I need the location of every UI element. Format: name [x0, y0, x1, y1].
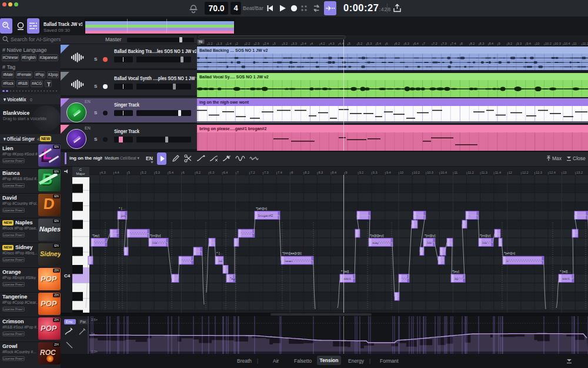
svg-text:0.3×: 0.3×	[91, 350, 98, 353]
svg-text:2.3: 2.3	[255, 42, 260, 45]
svg-text:7.2: 7.2	[433, 42, 437, 45]
svg-text:3.3: 3.3	[292, 42, 297, 45]
svg-text:*[eh][n]: *[eh][n]	[504, 251, 515, 255]
svg-text:6.2: 6.2	[395, 42, 400, 45]
svg-text:5.4: 5.4	[169, 171, 173, 174]
svg-text:12.4: 12.4	[549, 171, 556, 174]
svg-text:9.2: 9.2	[507, 42, 512, 45]
svg-text:ing on the nigh owe wont: ing on the nigh owe wont	[199, 100, 249, 105]
svg-text:2.2: 2.2	[246, 42, 250, 45]
svg-text:10.4: 10.4	[564, 42, 570, 45]
svg-text:8.2: 8.2	[305, 171, 309, 174]
svg-text:7: 7	[423, 42, 425, 45]
svg-text:5.4: 5.4	[377, 42, 382, 45]
svg-text:Env.: Env.	[66, 320, 74, 324]
svg-text:10: 10	[536, 42, 539, 45]
svg-text:7.2: 7.2	[250, 171, 255, 174]
svg-text:4.4: 4.4	[339, 42, 344, 45]
svg-text:10.3: 10.3	[427, 171, 433, 174]
svg-text:3.2: 3.2	[283, 42, 288, 45]
svg-text:* […: * […	[119, 207, 126, 210]
svg-text:2.4: 2.4	[264, 42, 269, 45]
svg-text:7.3: 7.3	[442, 42, 447, 45]
svg-text:9.3: 9.3	[373, 171, 377, 174]
svg-text:13.2: 13.2	[576, 171, 583, 174]
svg-text:9: 9	[498, 42, 500, 45]
svg-text:* [w][…: * [w][…	[560, 270, 571, 273]
svg-text:8.3: 8.3	[318, 171, 323, 174]
svg-text:5.3: 5.3	[155, 171, 160, 174]
svg-text:11.3: 11.3	[482, 171, 487, 174]
svg-text:12.2: 12.2	[522, 171, 529, 174]
svg-text:6: 6	[386, 42, 387, 45]
svg-text:7.4: 7.4	[452, 42, 456, 45]
svg-text:7: 7	[237, 171, 239, 174]
svg-text:8: 8	[461, 42, 463, 45]
svg-text:9.2: 9.2	[359, 171, 364, 174]
svg-text:4.2: 4.2	[320, 42, 325, 45]
svg-text:6.3: 6.3	[210, 171, 215, 174]
svg-text:*[ay]: *[ay]	[92, 234, 99, 237]
svg-text:11: 11	[573, 42, 577, 45]
svg-text:7.3: 7.3	[264, 171, 269, 174]
svg-text:6.3: 6.3	[405, 42, 409, 45]
svg-text:10.3: 10.3	[554, 42, 561, 45]
svg-text:1: 1	[199, 42, 201, 45]
svg-text:5.2: 5.2	[358, 42, 363, 45]
svg-text:5.2: 5.2	[142, 171, 146, 174]
svg-text:C4: C4	[64, 273, 71, 279]
svg-text:8.3: 8.3	[480, 42, 485, 45]
svg-text:4.3: 4.3	[101, 171, 106, 174]
svg-text:7.4: 7.4	[278, 171, 282, 174]
svg-text:9.4: 9.4	[526, 42, 531, 45]
svg-text:1.3: 1.3	[218, 42, 222, 45]
svg-text:12: 12	[509, 171, 512, 174]
svg-text:10.4: 10.4	[440, 171, 447, 174]
svg-text:Ballad Vocal Sy…. SOS NO 1 JW: Ballad Vocal Sy…. SOS NO 1 JW v2	[199, 75, 269, 79]
svg-text:9.3: 9.3	[517, 42, 522, 45]
svg-text:4.4: 4.4	[115, 171, 119, 174]
svg-text:5: 5	[349, 42, 350, 45]
svg-text:10.2: 10.2	[545, 42, 552, 45]
svg-text:12.3: 12.3	[536, 171, 542, 174]
svg-text:8.4: 8.4	[332, 171, 337, 174]
svg-text:10: 10	[400, 171, 403, 174]
svg-text:Par.: Par.	[80, 320, 87, 324]
svg-text:6.4: 6.4	[414, 42, 419, 45]
svg-text:11.4: 11.4	[495, 171, 501, 174]
svg-text:8.4: 8.4	[489, 42, 494, 45]
svg-text:1.2: 1.2	[208, 42, 213, 45]
svg-text:9: 9	[346, 171, 348, 174]
svg-text:bring on please….gan#1 brogan#: bring on please….gan#1 brogan#2	[199, 127, 266, 131]
svg-text:8.2: 8.2	[470, 42, 475, 45]
svg-text:C: C	[79, 168, 82, 171]
svg-text:10.2: 10.2	[413, 171, 420, 174]
svg-text:* [w][…: * [w][…	[341, 270, 352, 273]
svg-text:6: 6	[182, 171, 184, 174]
svg-text:Ballad Backing … SOS NO 1 JW v: Ballad Backing … SOS NO 1 JW v2	[199, 48, 268, 53]
svg-text:4: 4	[311, 42, 313, 45]
svg-text:*[ah][n]: *[ah][n]	[256, 207, 267, 210]
svg-text:11.2: 11.2	[468, 171, 474, 174]
svg-text:4.3: 4.3	[330, 42, 335, 45]
svg-text:2.5×: 2.5×	[91, 318, 98, 321]
svg-text:*[ey]: *[ey]	[452, 270, 459, 273]
svg-text:8: 8	[291, 171, 293, 174]
svg-text:13: 13	[563, 171, 566, 174]
svg-text:1.4: 1.4	[227, 42, 232, 45]
svg-text:5.3: 5.3	[368, 42, 372, 45]
svg-text:3: 3	[273, 42, 275, 45]
svg-text:5: 5	[128, 171, 130, 174]
svg-text:9.4: 9.4	[386, 171, 391, 174]
svg-text:6.4: 6.4	[223, 171, 228, 174]
svg-text:*[m][iy]: *[m][iy]	[480, 234, 491, 237]
svg-text:*[hh][aa][r][t]: *[hh][aa][r][t]	[282, 251, 302, 255]
svg-text:11: 11	[454, 171, 457, 174]
svg-text:11.2: 11.2	[583, 42, 588, 45]
svg-text:*[s][t][ey]: *[s][t][ey]	[370, 234, 384, 237]
svg-text:6.2: 6.2	[196, 171, 201, 174]
svg-text:* […: * […	[216, 251, 223, 255]
svg-text:*[m][iy]: *[m][iy]	[150, 234, 161, 237]
svg-text:*[m][iy]: *[m][iy]	[425, 234, 436, 237]
svg-text:2: 2	[236, 42, 238, 45]
